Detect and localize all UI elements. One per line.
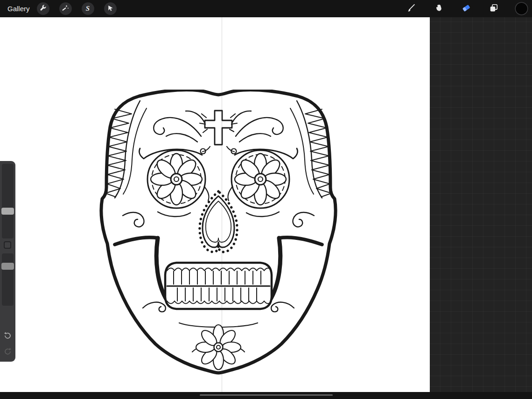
drawing-canvas[interactable] (0, 17, 430, 392)
wrench-icon (39, 4, 47, 13)
transform-button[interactable] (104, 2, 117, 15)
undo-arrow-icon (4, 331, 12, 339)
scroll-indicator[interactable] (200, 394, 333, 396)
selection-button[interactable]: S (82, 2, 94, 15)
opacity-slider[interactable] (2, 253, 14, 306)
teeth (165, 263, 272, 309)
side-toolbar (0, 161, 15, 362)
paint-button[interactable] (405, 2, 418, 15)
gallery-button[interactable]: Gallery (0, 5, 37, 13)
left-eye-flower (147, 150, 205, 208)
sugar-skull-artwork (88, 90, 349, 379)
adjustments-button[interactable] (59, 2, 72, 15)
actions-button[interactable] (37, 2, 49, 15)
redo-arrow-icon (4, 347, 12, 355)
layers-button[interactable] (487, 2, 500, 15)
brush-size-slider[interactable] (2, 164, 14, 238)
right-eye-flower (231, 150, 289, 208)
right-tool-group (405, 2, 532, 15)
procreate-app: Gallery S (0, 0, 532, 399)
selection-s-icon: S (86, 5, 90, 12)
opacity-handle[interactable] (1, 263, 14, 270)
layers-icon (489, 3, 498, 14)
center-guide-line (222, 17, 222, 392)
magic-wand-icon (62, 4, 69, 13)
color-disc-icon (516, 3, 527, 14)
modify-button[interactable] (4, 241, 11, 249)
top-toolbar: Gallery S (0, 0, 532, 17)
paintbrush-icon (406, 3, 416, 14)
erase-button[interactable] (460, 2, 473, 15)
smudge-finger-icon (434, 4, 443, 14)
undo-button[interactable] (0, 329, 15, 341)
transform-arrow-icon (107, 5, 114, 13)
eraser-icon (462, 3, 471, 14)
brush-size-handle[interactable] (1, 208, 14, 215)
redo-button[interactable] (0, 345, 15, 357)
color-button[interactable] (515, 2, 528, 15)
chin-flower (196, 325, 241, 370)
smudge-button[interactable] (432, 2, 445, 15)
left-tool-group: S (37, 2, 117, 15)
bottom-bar (0, 392, 532, 399)
